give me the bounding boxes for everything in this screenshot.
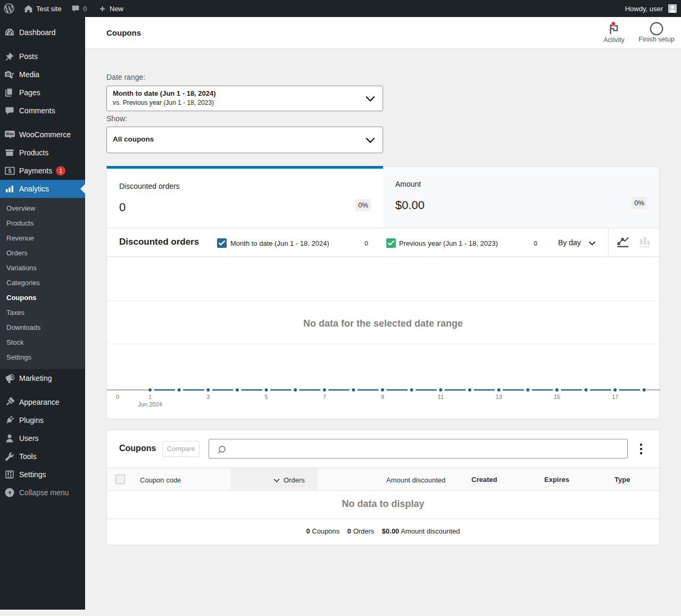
svg-text:3: 3 — [206, 394, 210, 400]
svg-text:13: 13 — [495, 394, 502, 400]
svg-text:0: 0 — [116, 394, 119, 400]
svg-text:17: 17 — [612, 394, 618, 400]
svg-text:7: 7 — [323, 394, 326, 400]
svg-text:$: $ — [8, 168, 12, 174]
svg-text:1: 1 — [148, 394, 152, 400]
svg-text:Woo: Woo — [6, 132, 14, 136]
svg-text:5: 5 — [264, 394, 268, 400]
svg-text:Jun 2024: Jun 2024 — [138, 401, 162, 407]
svg-text:9: 9 — [381, 394, 384, 400]
svg-text:11: 11 — [438, 394, 444, 400]
svg-text:15: 15 — [554, 394, 560, 400]
